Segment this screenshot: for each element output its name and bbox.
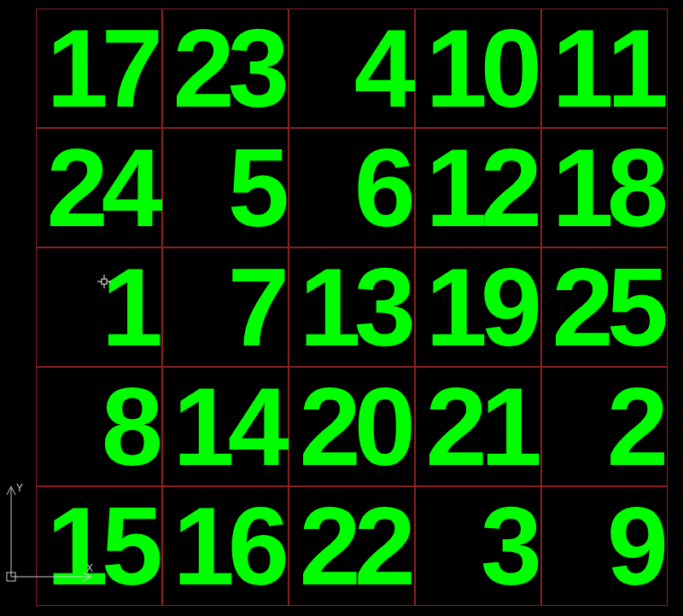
cell-1-2: 6 <box>289 128 415 247</box>
cell-value: 23 <box>172 13 283 124</box>
cell-value: 11 <box>552 13 662 124</box>
cell-3-1: 14 <box>162 367 289 486</box>
cell-4-2: 22 <box>289 486 415 606</box>
cell-value: 4 <box>354 13 409 124</box>
cell-2-0: 1 <box>36 247 162 367</box>
cell-0-0: 17 <box>36 9 162 128</box>
cell-value: 1 <box>102 252 156 363</box>
cell-3-2: 20 <box>289 367 415 486</box>
cell-value: 18 <box>552 132 662 243</box>
cell-3-0: 8 <box>36 367 162 486</box>
cell-2-2: 13 <box>289 247 415 367</box>
cell-value: 2 <box>607 371 662 482</box>
cell-value: 17 <box>46 13 156 124</box>
cell-value: 3 <box>481 491 535 601</box>
cell-4-4: 9 <box>541 486 668 606</box>
cell-value: 10 <box>425 13 535 124</box>
cell-value: 20 <box>299 371 409 482</box>
cell-1-4: 18 <box>541 128 668 247</box>
cell-0-2: 4 <box>289 9 415 128</box>
cell-3-3: 21 <box>415 367 541 486</box>
cell-value: 25 <box>552 252 662 363</box>
cell-0-1: 23 <box>162 9 289 128</box>
cell-0-4: 11 <box>541 9 668 128</box>
cell-1-1: 5 <box>162 128 289 247</box>
cell-value: 5 <box>228 132 283 243</box>
cell-4-3: 3 <box>415 486 541 606</box>
cell-2-4: 25 <box>541 247 668 367</box>
cell-0-3: 10 <box>415 9 541 128</box>
ucs-axis-icon: Y X <box>4 481 98 584</box>
cell-value: 8 <box>102 371 156 482</box>
cell-value: 22 <box>299 491 409 601</box>
ucs-x-label: X <box>86 562 93 574</box>
cell-value: 6 <box>354 132 409 243</box>
cell-value: 12 <box>425 132 535 243</box>
cell-value: 24 <box>46 132 156 243</box>
cell-2-3: 19 <box>415 247 541 367</box>
cell-value: 9 <box>607 491 662 601</box>
cell-value: 13 <box>299 252 409 363</box>
cell-1-0: 24 <box>36 128 162 247</box>
cell-3-4: 2 <box>541 367 668 486</box>
magic-square-grid: 17 23 4 10 11 24 5 6 12 18 1 7 13 19 25 … <box>36 9 668 606</box>
cell-value: 7 <box>228 252 283 363</box>
cell-1-3: 12 <box>415 128 541 247</box>
cell-value: 19 <box>425 252 535 363</box>
cell-value: 14 <box>172 371 283 482</box>
cell-4-1: 16 <box>162 486 289 606</box>
cell-value: 21 <box>425 371 535 482</box>
cell-2-1: 7 <box>162 247 289 367</box>
cell-value: 16 <box>172 491 283 601</box>
ucs-y-label: Y <box>16 482 23 494</box>
